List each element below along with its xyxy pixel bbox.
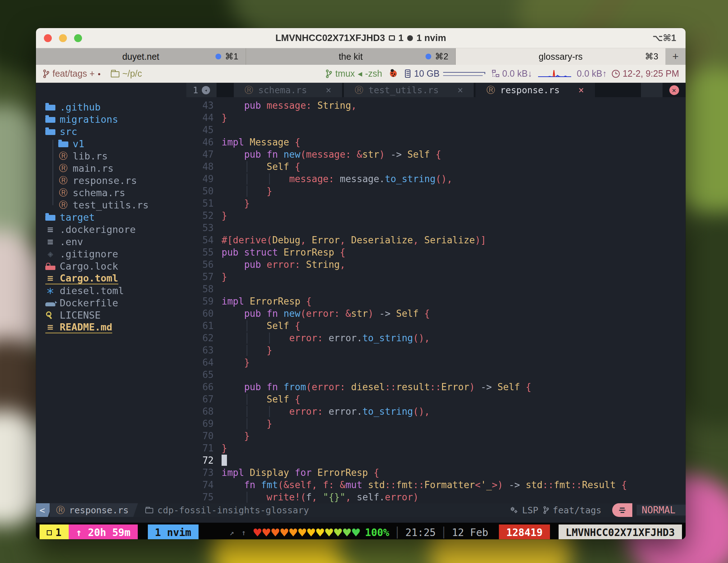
window-title: LMVNHCC02X71XFJHD3 1 1 nvim: [36, 32, 686, 44]
tree-item--gitignore[interactable]: .gitignore: [36, 248, 194, 260]
code-line-50[interactable]: 50 │ }: [194, 185, 686, 197]
code-line-58[interactable]: 58: [194, 283, 686, 295]
code-text: pub fn new(error: &str) -> Self {: [222, 307, 430, 320]
tree-item-schema-rs[interactable]: schema.rs: [36, 186, 194, 199]
code-line-59[interactable]: 59impl ErrorResp {: [194, 295, 686, 307]
code-line-55[interactable]: 55pub struct ErrorResp {: [194, 246, 686, 258]
code-line-71[interactable]: 71}: [194, 442, 686, 454]
tab-shortcut: ⌘1: [225, 51, 238, 62]
buffer-count-tile[interactable]: 1 ◂: [186, 83, 217, 97]
line-number: 44: [194, 112, 214, 124]
code-text: │ Self {: [222, 393, 300, 405]
tree-item-src[interactable]: src: [36, 125, 194, 138]
code-line-44[interactable]: 44}: [194, 112, 686, 124]
code-line-66[interactable]: 66 pub fn from(error: diesel::result::Er…: [194, 381, 686, 393]
tree-item-LICENSE[interactable]: LICENSE: [36, 309, 194, 321]
memory-component[interactable]: 10 GB: [405, 68, 487, 79]
tree-item-label: .dockerignore: [60, 224, 136, 235]
time-label: 21:25: [405, 527, 436, 539]
new-tab-button[interactable]: +: [665, 48, 686, 65]
code-line-43[interactable]: 43 pub message: String,: [194, 99, 686, 112]
close-all-icon[interactable]: ✕: [669, 85, 679, 95]
tmux-arrow: ◂: [358, 68, 363, 79]
code-line-63[interactable]: 63 │ }: [194, 344, 686, 356]
code-text: impl ErrorResp {: [222, 295, 311, 307]
close-buffer-icon[interactable]: ×: [578, 85, 584, 95]
cwd-label: ~/p/c: [122, 68, 142, 79]
tree-item-label: .github: [60, 102, 101, 113]
tree-item-content: .env: [45, 235, 83, 248]
code-line-48[interactable]: 48 │ Self {: [194, 161, 686, 173]
tree-item-Cargo-lock[interactable]: Cargo.lock: [36, 260, 194, 272]
cwd-component[interactable]: ~/p/c: [111, 68, 142, 79]
buffer-tab-schema-rs[interactable]: schema.rs×: [234, 83, 342, 97]
code-line-69[interactable]: 69 │ }: [194, 418, 686, 430]
tree-item-main-rs[interactable]: main.rs: [36, 162, 194, 174]
code-line-62[interactable]: 62 │ │ error: error.to_string(),: [194, 332, 686, 344]
code-line-56[interactable]: 56 pub error: String,: [194, 258, 686, 271]
code-line-49[interactable]: 49 │ │ message: message.to_string(),: [194, 173, 686, 185]
tree-item-content: .gitignore: [45, 248, 118, 260]
tree-item--env[interactable]: .env: [36, 235, 194, 248]
tree-item-Dockerfile[interactable]: Dockerfile: [36, 297, 194, 309]
rust-file-icon: [56, 504, 65, 516]
code-line-60[interactable]: 60 pub fn new(error: &str) -> Self {: [194, 307, 686, 320]
code-line-46[interactable]: 46impl Message {: [194, 136, 686, 148]
code-line-54[interactable]: 54#[derive(Debug, Error, Deserialize, Se…: [194, 234, 686, 246]
code-line-73[interactable]: 73impl Display for ErrorResp {: [194, 467, 686, 479]
close-buffer-icon[interactable]: ×: [458, 85, 463, 95]
session-dot-icon: [426, 54, 431, 59]
network-down-component[interactable]: 0.0 kB↓: [492, 68, 532, 79]
tree-item--github[interactable]: .github: [36, 101, 194, 113]
tree-item-Cargo-toml[interactable]: Cargo.toml: [36, 272, 194, 284]
code-line-64[interactable]: 64 }: [194, 356, 686, 369]
tree-item--dockerignore[interactable]: .dockerignore: [36, 223, 194, 235]
code-line-68[interactable]: 68 │ │ error: error.to_string(),: [194, 405, 686, 418]
tree-item-lib-rs[interactable]: lib.rs: [36, 150, 194, 162]
tree-item-test_utils-rs[interactable]: test_utils.rs: [36, 199, 194, 211]
tree-item-migrations[interactable]: migrations: [36, 113, 194, 125]
line-number: 47: [194, 148, 214, 161]
code-line-61[interactable]: 61 │ Self {: [194, 320, 686, 332]
macos-tab-the-kit[interactable]: the kit⌘2: [246, 48, 456, 65]
code-line-53[interactable]: 53: [194, 222, 686, 234]
tree-item-diesel-toml[interactable]: diesel.toml: [36, 284, 194, 297]
code-line-52[interactable]: 52}: [194, 210, 686, 222]
git-branch-component[interactable]: feat/tags + ●: [42, 68, 101, 79]
close-buffer-icon[interactable]: ×: [326, 85, 331, 95]
network-up-component[interactable]: 0.0 kB↑: [577, 68, 607, 79]
clock-icon: [612, 70, 620, 78]
macos-tab-duyet-net[interactable]: duyet.net⌘1: [36, 48, 246, 65]
code-line-57[interactable]: 57}: [194, 271, 686, 283]
buffer-tab-response-rs[interactable]: response.rs×: [476, 83, 595, 97]
code-line-65[interactable]: 65: [194, 369, 686, 381]
hostname-label: LMVNHCC02X71XFJHD3: [566, 527, 675, 539]
tmux-component[interactable]: tmux ◂ -zsh: [325, 68, 382, 79]
tmux-active-window[interactable]: 1 nvim: [148, 524, 199, 539]
statusline-right: LSP feat/tags NORMAL: [510, 503, 686, 517]
tree-item-README-md[interactable]: README.md: [36, 321, 194, 333]
code-editor[interactable]: 43 pub message: String,44}4546impl Messa…: [194, 97, 686, 503]
clock-component[interactable]: 12-2, 9:25 PM: [612, 68, 679, 79]
line-number: 74: [194, 479, 214, 491]
macos-tab-glossary-rs[interactable]: glossary-rs⌘3: [456, 48, 665, 65]
code-line-70[interactable]: 70 }: [194, 430, 686, 442]
statusline-cwd: cdp-fossil-insights-glossary: [138, 503, 316, 517]
indent-guide: │: [244, 394, 250, 405]
battery-percent: 100%: [365, 527, 389, 539]
code-line-67[interactable]: 67 │ Self {: [194, 393, 686, 405]
code-line-45[interactable]: 45: [194, 124, 686, 136]
code-line-74[interactable]: 74 fn fmt(&self, f: &mut std::fmt::Forma…: [194, 479, 686, 491]
buffer-tab-test_utils-rs[interactable]: test_utils.rs×: [344, 83, 474, 97]
tree-item-response-rs[interactable]: response.rs: [36, 174, 194, 186]
tmux-window-index[interactable]: 1: [40, 524, 69, 539]
tree-item-v1[interactable]: v1: [36, 138, 194, 150]
code-line-51[interactable]: 51 }: [194, 197, 686, 210]
code-line-72[interactable]: 72: [194, 454, 686, 467]
tree-item-target[interactable]: target: [36, 211, 194, 223]
ladybug-icon: [390, 70, 397, 77]
window-icon: [389, 35, 395, 41]
code-line-75[interactable]: 75 │ write!(f, "{}", self.error): [194, 491, 686, 503]
memory-icon: [405, 69, 411, 78]
code-line-47[interactable]: 47 pub fn new(message: &str) -> Self {: [194, 148, 686, 161]
